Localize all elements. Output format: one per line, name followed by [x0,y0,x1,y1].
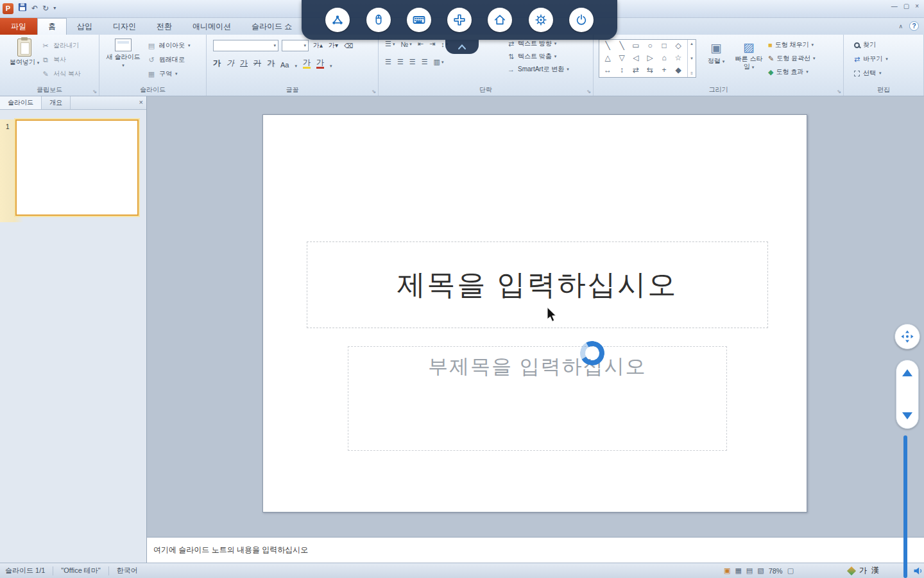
shape-icon[interactable]: ↔ [601,64,615,76]
pan-widget-button[interactable] [894,324,920,349]
ime-korean-indicator[interactable]: 가 [859,565,867,576]
text-shadow-button[interactable]: 가 [267,58,275,69]
app-icon[interactable]: P [3,3,13,14]
settings-icon[interactable] [529,8,553,32]
subtitle-placeholder[interactable]: 부제목을 입력하십시오 [348,346,727,451]
layout-button[interactable]: ▤ 레이아웃 ▾ [147,41,191,50]
slide-sorter-view-button[interactable]: ▦ [735,566,741,575]
section-button[interactable]: ▦ 구역 ▾ [147,69,191,78]
italic-button[interactable]: 가 [227,58,234,69]
shape-icon[interactable]: ↕ [615,64,629,76]
shape-icon[interactable]: ╲ [615,40,629,52]
minimize-ribbon-icon[interactable]: ∧ [898,23,903,30]
select-button[interactable]: 선택 ▾ [854,69,888,78]
undo-icon[interactable]: ↶ [31,3,38,14]
shape-effects-button[interactable]: ◆ 도형 효과 ▾ [768,67,816,76]
clipboard-dialog-launcher-icon[interactable]: ⇘ [92,89,97,94]
align-center-button[interactable]: ☰ [397,58,404,66]
shape-icon[interactable]: ▭ [629,40,643,52]
slideshow-view-button[interactable]: ▧ [757,566,764,575]
copy-button[interactable]: ⧉ 복사 [41,55,81,64]
power-icon[interactable] [569,8,594,32]
decrease-indent-button[interactable]: ⇤ [418,40,424,48]
shape-fill-button[interactable]: ■ 도형 채우기 ▾ [768,40,816,49]
align-left-button[interactable]: ☰ [385,58,391,66]
theme-indicator[interactable]: "Office 테마" [61,566,100,575]
replace-button[interactable]: ⇄ 바꾸기 ▾ [854,55,888,64]
title-placeholder[interactable]: 제목을 입력하십시오 [307,241,768,328]
paragraph-dialog-launcher-icon[interactable]: ⇘ [586,89,591,94]
underline-button[interactable]: 가 [240,58,248,69]
home-icon[interactable] [488,8,512,32]
tab-animations[interactable]: 애니메이션 [182,18,241,35]
shape-outline-button[interactable]: ✎ 도형 윤곽선 ▾ [768,54,816,63]
close-button[interactable]: × [915,3,919,10]
shape-icon[interactable]: ☆ [671,52,685,64]
ime-icon[interactable] [847,566,856,575]
restore-button[interactable]: ▢ [903,3,909,10]
new-slide-button[interactable]: 새 슬라이드 ▾ [105,39,142,69]
shape-icon[interactable]: ◆ [671,64,685,76]
save-icon[interactable] [18,3,27,14]
shape-icon[interactable]: △ [601,52,615,64]
text-direction-button[interactable]: ⇄ 텍스트 방향 ▾ [507,39,569,48]
tab-slideshow[interactable]: 슬라이드 쇼 [241,18,302,35]
reading-view-button[interactable]: ▤ [746,566,753,575]
columns-button[interactable]: ▥ ▾ [434,58,444,66]
shape-icon[interactable]: ⇄ [629,64,643,76]
grow-font-button[interactable]: 가▴ [312,41,324,50]
scroll-up-button[interactable] [902,369,912,376]
pane-tab-slides[interactable]: 슬라이드 [0,96,42,109]
shape-icon[interactable]: ◇ [671,40,685,52]
connections-icon[interactable] [325,8,350,32]
font-color-button[interactable]: 가 [316,58,324,69]
shape-icon[interactable]: ╲ [601,40,615,52]
mouse-icon[interactable] [366,8,391,32]
reset-button[interactable]: ↺ 원래대로 [147,55,191,64]
quick-styles-button[interactable]: ▨ 빠른 스타일 ▾ [732,40,766,71]
find-button[interactable]: 찾기 [854,40,888,49]
shrink-font-button[interactable]: 가▾ [327,41,339,50]
font-size-select[interactable]: ▾ [282,40,309,51]
help-icon[interactable]: ? [909,21,919,31]
tab-transitions[interactable]: 전환 [146,18,182,35]
language-indicator[interactable]: 한국어 [117,566,138,575]
bold-button[interactable]: 가 [213,58,221,69]
shape-icon[interactable]: ▷ [643,52,657,64]
keyboard-icon[interactable] [407,8,431,32]
dpad-icon[interactable] [447,8,472,32]
align-text-button[interactable]: ⇅ 텍스트 맞춤 ▾ [507,52,569,61]
arrange-button[interactable]: ▣ 정렬 ▾ [701,40,731,66]
close-pane-icon[interactable]: × [139,98,143,106]
tab-file[interactable]: 파일 [0,18,37,35]
tab-home[interactable]: 홈 [37,18,67,35]
shapes-scroll-down-icon[interactable]: ▼ [690,57,694,60]
scroll-down-button[interactable] [902,412,912,419]
qat-customize-icon[interactable]: ▾ [53,3,56,14]
numbering-button[interactable]: № ▾ [400,40,411,48]
convert-smartart-button[interactable]: → SmartArt로 변환 ▾ [507,65,569,74]
cut-button[interactable]: ✂ 잘라내기 [41,41,81,50]
font-dialog-launcher-icon[interactable]: ⇘ [372,89,376,94]
align-right-button[interactable]: ☰ [409,58,416,66]
shape-icon[interactable]: ⌂ [657,52,671,64]
slide-thumbnail[interactable] [15,119,139,216]
drawing-dialog-launcher-icon[interactable]: ⇘ [837,89,841,94]
text-highlight-button[interactable]: 가 [303,58,311,69]
format-painter-button[interactable]: ✎ 서식 복사 [41,69,81,78]
shape-icon[interactable]: □ [657,40,671,52]
zoom-level[interactable]: 78% [769,567,783,575]
toolbar-collapse-tab[interactable] [445,40,479,54]
minimize-button[interactable]: — [891,3,898,10]
pane-tab-outline[interactable]: 개요 [42,96,71,109]
shapes-more-icon[interactable]: ≡ [690,71,693,75]
bullets-button[interactable]: ☰ ▾ [385,40,395,48]
strikethrough-button[interactable]: 가 [253,58,261,69]
change-case-button[interactable]: Aa [280,61,289,69]
speaker-icon[interactable] [912,565,923,577]
shape-icon[interactable]: ▽ [615,52,629,64]
redo-icon[interactable]: ↻ [42,3,49,14]
shape-icon[interactable]: ○ [643,40,657,52]
justify-button[interactable]: ☰ [422,58,428,66]
tab-design[interactable]: 디자인 [103,18,146,35]
